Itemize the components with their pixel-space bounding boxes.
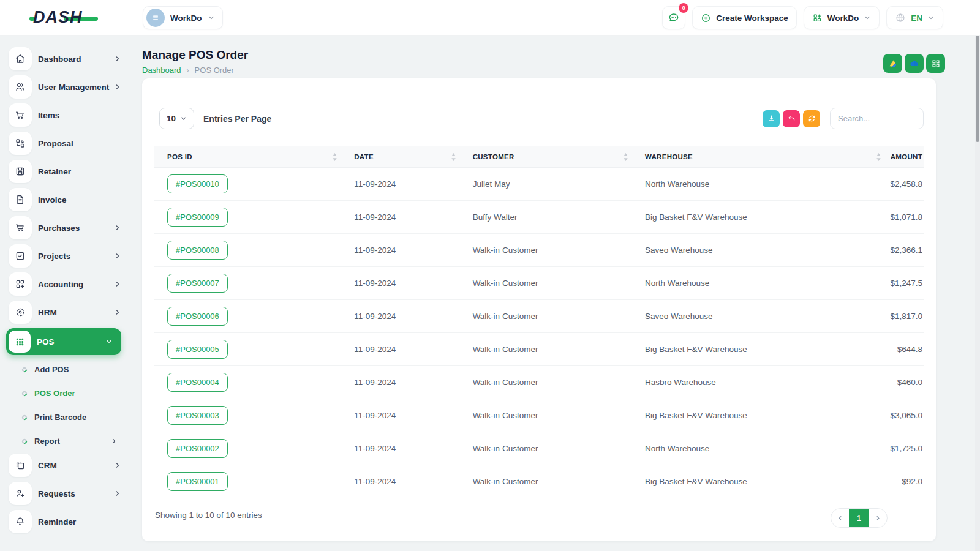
table-row: #POS00004 11-09-2024 Walk-in Customer Ha… <box>154 366 924 399</box>
date-cell: 11-09-2024 <box>341 345 459 354</box>
sort-icon[interactable] <box>451 153 456 161</box>
chevron-right-icon <box>114 462 121 469</box>
amount-cell: $1,725.0 <box>885 444 924 453</box>
grid-plus-icon <box>15 279 26 290</box>
sidebar-subitem-print-barcode[interactable]: Print Barcode <box>22 405 118 429</box>
sidebar-item-items[interactable]: Items <box>9 103 121 127</box>
scrollbar-track[interactable] <box>975 0 980 551</box>
messages-button[interactable]: 0 <box>662 6 685 29</box>
date-cell: 11-09-2024 <box>341 411 459 420</box>
sidebar-item-accounting[interactable]: Accounting <box>9 272 121 296</box>
column-header-warehouse[interactable]: WAREHOUSE <box>632 153 885 161</box>
export-download-button[interactable] <box>763 110 780 127</box>
entries-per-page-select[interactable]: 10 <box>159 108 194 129</box>
target-icon <box>15 307 26 318</box>
table-row: #POS00003 11-09-2024 Walk-in Customer Bi… <box>154 399 924 432</box>
pos-id-badge[interactable]: #POS00007 <box>167 274 228 293</box>
messages-badge: 0 <box>679 3 688 13</box>
sidebar-subitem-add-pos[interactable]: Add POS <box>22 358 118 381</box>
floppy-icon <box>15 166 26 177</box>
undo-arrow-icon <box>787 114 796 123</box>
date-cell: 11-09-2024 <box>341 179 459 189</box>
workspace-avatar <box>146 9 165 27</box>
date-cell: 11-09-2024 <box>341 477 459 486</box>
language-dropdown[interactable]: EN <box>886 6 943 29</box>
sidebar-item-reminder[interactable]: Reminder <box>9 509 121 534</box>
table-controls: 10 Entries Per Page <box>159 108 924 129</box>
pos-table-body: #POS00010 11-09-2024 Juliet May North Wa… <box>154 168 924 498</box>
reset-undo-button[interactable] <box>783 110 800 127</box>
table-summary: Showing 1 to 10 of 10 entries <box>155 511 262 520</box>
pos-id-badge[interactable]: #POS00001 <box>167 472 228 491</box>
customer-cell: Walk-in Customer <box>460 411 632 420</box>
workspace-dropdown[interactable]: WorkDo <box>804 6 880 29</box>
cart-icon <box>15 110 26 121</box>
warehouse-cell: Big Basket F&V Warehouse <box>632 411 885 420</box>
sidebar-item-proposal[interactable]: Proposal <box>9 131 121 156</box>
column-header-date[interactable]: DATE <box>341 153 459 161</box>
breadcrumb-current: POS Order <box>195 66 234 75</box>
grid-plus-icon <box>812 13 823 23</box>
chevron-right-icon <box>114 252 121 260</box>
sort-icon[interactable] <box>876 153 881 161</box>
search-input[interactable] <box>830 108 924 129</box>
pagination-prev-button[interactable] <box>831 508 849 528</box>
app-logo[interactable]: DASH <box>32 8 99 28</box>
chevron-left-icon <box>837 515 843 522</box>
customer-cell: Walk-in Customer <box>460 279 632 288</box>
pagination-page-1[interactable]: 1 <box>849 508 869 528</box>
sidebar-item-hrm[interactable]: HRM <box>9 300 121 324</box>
pagination-next-button[interactable] <box>869 508 887 528</box>
pos-id-badge[interactable]: #POS00006 <box>167 307 228 326</box>
sidebar-item-user-management[interactable]: User Management <box>9 75 121 99</box>
file-text-icon <box>15 194 26 205</box>
sidebar-item-pos[interactable]: POS <box>6 328 121 355</box>
pos-id-badge[interactable]: #POS00005 <box>167 340 228 359</box>
pos-id-badge[interactable]: #POS00008 <box>167 241 228 260</box>
sidebar-item-crm[interactable]: CRM <box>9 453 121 478</box>
refresh-icon <box>807 114 816 123</box>
grid-view-button[interactable] <box>926 54 945 73</box>
date-cell: 11-09-2024 <box>341 378 459 387</box>
create-workspace-label: Create Workspace <box>716 13 788 23</box>
sidebar-item-dashboard[interactable]: Dashboard <box>9 47 121 71</box>
sort-icon[interactable] <box>332 153 337 161</box>
pos-id-badge[interactable]: #POS00003 <box>167 406 228 425</box>
sort-icon[interactable] <box>623 153 628 161</box>
chevron-right-icon <box>111 438 118 444</box>
dots-grid-icon <box>15 337 25 347</box>
workspace-switcher[interactable]: WorkDo <box>143 6 223 29</box>
pos-id-badge[interactable]: #POS00009 <box>167 208 228 227</box>
pagination: 1 <box>831 508 888 528</box>
column-header-amount[interactable]: AMOUNT <box>885 153 924 160</box>
chevron-right-icon <box>114 490 121 497</box>
sidebar-subitem-report[interactable]: Report <box>22 429 118 453</box>
google-drive-button[interactable] <box>883 54 902 73</box>
amount-cell: $1,247.5 <box>885 279 924 288</box>
sidebar-item-purchases[interactable]: Purchases <box>9 216 121 240</box>
onedrive-button[interactable] <box>905 54 924 73</box>
google-drive-icon <box>888 58 898 69</box>
refresh-button[interactable] <box>803 110 820 127</box>
table-row: #POS00010 11-09-2024 Juliet May North Wa… <box>154 168 924 201</box>
sidebar-item-invoice[interactable]: Invoice <box>9 187 121 212</box>
app-root: DASH WorkDo 0 Create Workspace WorkDo <box>0 0 980 551</box>
column-header-pos-id[interactable]: POS ID <box>154 153 341 161</box>
pos-id-badge[interactable]: #POS00010 <box>167 174 228 193</box>
date-cell: 11-09-2024 <box>341 444 459 453</box>
date-cell: 11-09-2024 <box>341 246 459 255</box>
customer-cell: Walk-in Customer <box>460 246 632 255</box>
breadcrumb-separator-icon: › <box>187 66 189 75</box>
sidebar-item-retainer[interactable]: Retainer <box>9 159 121 184</box>
sidebar-item-projects[interactable]: Projects <box>9 244 121 268</box>
create-workspace-button[interactable]: Create Workspace <box>692 6 797 29</box>
breadcrumb-dashboard-link[interactable]: Dashboard <box>142 66 181 75</box>
cart-icon <box>15 222 26 233</box>
date-cell: 11-09-2024 <box>341 212 459 222</box>
warehouse-cell: Saveo Warehouse <box>632 246 885 255</box>
sidebar-item-requests[interactable]: Requests <box>9 481 121 506</box>
pos-id-badge[interactable]: #POS00004 <box>167 373 228 392</box>
column-header-customer[interactable]: CUSTOMER <box>460 153 632 161</box>
sidebar-subitem-pos-order[interactable]: POS Order <box>22 381 118 405</box>
pos-id-badge[interactable]: #POS00002 <box>167 439 228 458</box>
